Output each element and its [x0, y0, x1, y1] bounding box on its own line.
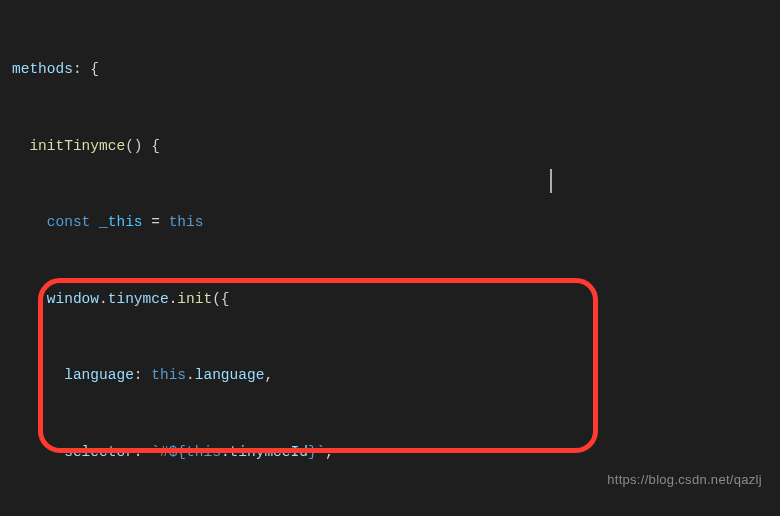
prop-language: language	[64, 367, 134, 383]
code-line: methods: {	[12, 57, 780, 83]
token-open: ({	[212, 291, 229, 307]
token-fn-init: init	[177, 291, 212, 307]
prop-selector: selector	[64, 444, 134, 460]
token-var-this: _this	[99, 214, 143, 230]
code-line: selector: `#${this.tinymceId}`,	[12, 440, 780, 466]
token-parens: ()	[125, 138, 142, 154]
watermark-text: https://blog.csdn.net/qazlj	[607, 467, 762, 493]
token-fn-initTinymce: initTinymce	[29, 138, 125, 154]
code-line: const _this = this	[12, 210, 780, 236]
code-line: language: this.language,	[12, 363, 780, 389]
token-window: window	[47, 291, 99, 307]
tmpl-int-open: ${	[169, 444, 186, 460]
mouse-text-cursor-icon	[550, 169, 552, 193]
tmpl-open: `	[151, 444, 160, 460]
tmpl-hash: #	[160, 444, 169, 460]
token-methods: methods	[12, 61, 73, 77]
code-line: initTinymce() {	[12, 134, 780, 160]
token-this: this	[151, 367, 186, 383]
token-const: const	[47, 214, 91, 230]
code-editor[interactable]: methods: { initTinymce() { const _this =…	[0, 0, 780, 516]
token-this: this	[186, 444, 221, 460]
token-this: this	[169, 214, 204, 230]
attr-language: language	[195, 367, 265, 383]
token-tinymce: tinymce	[108, 291, 169, 307]
tmpl-int-close: }	[308, 444, 317, 460]
attr-tinymceId: tinymceId	[230, 444, 308, 460]
tmpl-close: `	[317, 444, 326, 460]
code-line: window.tinymce.init({	[12, 287, 780, 313]
